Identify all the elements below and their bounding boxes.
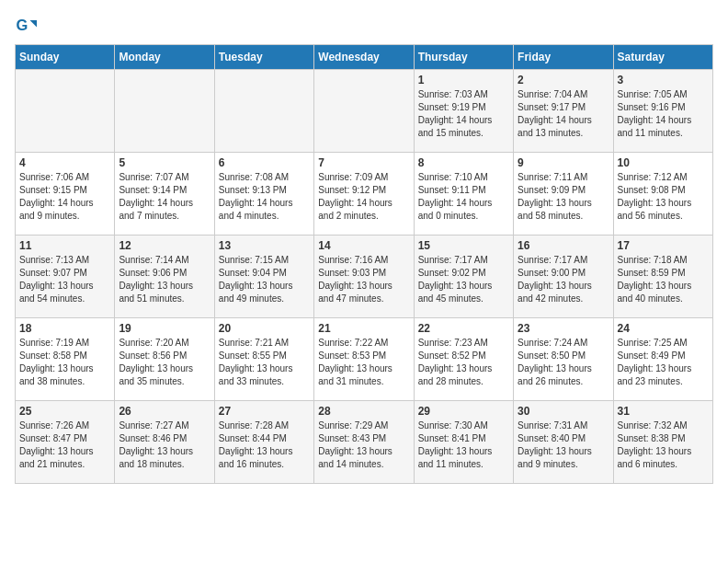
day-number: 12 [119,239,210,252]
calendar-cell: 20Sunrise: 7:21 AM Sunset: 8:55 PM Dayli… [214,318,313,401]
calendar-cell: 3Sunrise: 7:05 AM Sunset: 9:16 PM Daylig… [613,70,712,153]
calendar-cell: 6Sunrise: 7:08 AM Sunset: 9:13 PM Daylig… [214,153,313,236]
day-number: 23 [518,322,609,335]
day-info: Sunrise: 7:19 AM Sunset: 8:58 PM Dayligh… [19,337,110,388]
calendar-cell: 2Sunrise: 7:04 AM Sunset: 9:17 PM Daylig… [514,70,613,153]
day-info: Sunrise: 7:04 AM Sunset: 9:17 PM Dayligh… [518,88,609,140]
weekday-header-thursday: Thursday [414,45,513,70]
day-info: Sunrise: 7:08 AM Sunset: 9:13 PM Dayligh… [219,171,310,223]
week-row-1: 1Sunrise: 7:03 AM Sunset: 9:19 PM Daylig… [16,70,713,153]
day-info: Sunrise: 7:15 AM Sunset: 9:04 PM Dayligh… [219,254,310,305]
calendar-cell: 15Sunrise: 7:17 AM Sunset: 9:02 PM Dayli… [414,236,513,318]
day-info: Sunrise: 7:26 AM Sunset: 8:47 PM Dayligh… [19,419,110,471]
day-info: Sunrise: 7:13 AM Sunset: 9:07 PM Dayligh… [19,254,110,305]
calendar-cell: 17Sunrise: 7:18 AM Sunset: 8:59 PM Dayli… [613,236,712,318]
day-number: 21 [318,322,409,335]
calendar-cell: 11Sunrise: 7:13 AM Sunset: 9:07 PM Dayli… [16,236,115,318]
calendar-cell [16,70,115,153]
calendar-cell: 13Sunrise: 7:15 AM Sunset: 9:04 PM Dayli… [214,236,313,318]
day-number: 24 [618,322,709,335]
day-info: Sunrise: 7:10 AM Sunset: 9:11 PM Dayligh… [418,171,509,223]
day-info: Sunrise: 7:07 AM Sunset: 9:14 PM Dayligh… [119,171,210,223]
weekday-header-sunday: Sunday [16,45,115,70]
day-info: Sunrise: 7:25 AM Sunset: 8:49 PM Dayligh… [618,337,709,388]
day-info: Sunrise: 7:17 AM Sunset: 9:00 PM Dayligh… [518,254,609,305]
calendar-cell: 24Sunrise: 7:25 AM Sunset: 8:49 PM Dayli… [613,318,712,401]
calendar-cell: 22Sunrise: 7:23 AM Sunset: 8:52 PM Dayli… [414,318,513,401]
day-number: 19 [119,322,210,335]
calendar-cell: 18Sunrise: 7:19 AM Sunset: 8:58 PM Dayli… [16,318,115,401]
day-number: 11 [19,239,110,252]
day-info: Sunrise: 7:20 AM Sunset: 8:56 PM Dayligh… [119,337,210,388]
calendar-cell [115,70,214,153]
week-row-3: 11Sunrise: 7:13 AM Sunset: 9:07 PM Dayli… [16,236,713,318]
weekday-header-friday: Friday [514,45,613,70]
day-info: Sunrise: 7:23 AM Sunset: 8:52 PM Dayligh… [418,337,509,388]
day-info: Sunrise: 7:12 AM Sunset: 9:08 PM Dayligh… [618,171,709,223]
day-info: Sunrise: 7:32 AM Sunset: 8:38 PM Dayligh… [618,419,709,471]
calendar-cell: 10Sunrise: 7:12 AM Sunset: 9:08 PM Dayli… [613,153,712,236]
day-number: 13 [219,239,310,252]
calendar-cell: 30Sunrise: 7:31 AM Sunset: 8:40 PM Dayli… [514,401,613,484]
svg-marker-1 [30,20,38,28]
calendar-cell: 25Sunrise: 7:26 AM Sunset: 8:47 PM Dayli… [16,401,115,484]
calendar-cell: 1Sunrise: 7:03 AM Sunset: 9:19 PM Daylig… [414,70,513,153]
calendar-cell: 31Sunrise: 7:32 AM Sunset: 8:38 PM Dayli… [613,401,712,484]
day-number: 5 [119,156,210,169]
day-number: 10 [618,156,709,169]
day-info: Sunrise: 7:24 AM Sunset: 8:50 PM Dayligh… [518,337,609,388]
calendar-cell: 8Sunrise: 7:10 AM Sunset: 9:11 PM Daylig… [414,153,513,236]
day-info: Sunrise: 7:17 AM Sunset: 9:02 PM Dayligh… [418,254,509,305]
calendar-cell: 23Sunrise: 7:24 AM Sunset: 8:50 PM Dayli… [514,318,613,401]
day-info: Sunrise: 7:09 AM Sunset: 9:12 PM Dayligh… [318,171,409,223]
svg-text:G: G [17,17,28,33]
day-info: Sunrise: 7:14 AM Sunset: 9:06 PM Dayligh… [119,254,210,305]
weekday-header-saturday: Saturday [613,45,712,70]
calendar-cell: 9Sunrise: 7:11 AM Sunset: 9:09 PM Daylig… [514,153,613,236]
logo-icon: G [15,15,37,37]
day-info: Sunrise: 7:22 AM Sunset: 8:53 PM Dayligh… [318,337,409,388]
day-info: Sunrise: 7:29 AM Sunset: 8:43 PM Dayligh… [318,419,409,471]
day-number: 7 [318,156,409,169]
day-info: Sunrise: 7:18 AM Sunset: 8:59 PM Dayligh… [618,254,709,305]
week-row-5: 25Sunrise: 7:26 AM Sunset: 8:47 PM Dayli… [16,401,713,484]
logo: G [15,15,40,37]
day-number: 3 [618,74,709,86]
day-number: 31 [618,405,709,418]
day-number: 9 [518,156,609,169]
day-number: 22 [418,322,509,335]
calendar-cell: 21Sunrise: 7:22 AM Sunset: 8:53 PM Dayli… [314,318,414,401]
calendar-cell: 19Sunrise: 7:20 AM Sunset: 8:56 PM Dayli… [115,318,214,401]
day-number: 14 [318,239,409,252]
day-number: 28 [318,405,409,418]
calendar-table: SundayMondayTuesdayWednesdayThursdayFrid… [15,44,713,484]
day-number: 18 [19,322,110,335]
calendar-cell: 7Sunrise: 7:09 AM Sunset: 9:12 PM Daylig… [314,153,414,236]
calendar-cell: 5Sunrise: 7:07 AM Sunset: 9:14 PM Daylig… [115,153,214,236]
calendar-cell [314,70,414,153]
calendar-cell: 28Sunrise: 7:29 AM Sunset: 8:43 PM Dayli… [314,401,414,484]
calendar-cell: 4Sunrise: 7:06 AM Sunset: 9:15 PM Daylig… [16,153,115,236]
day-info: Sunrise: 7:11 AM Sunset: 9:09 PM Dayligh… [518,171,609,223]
day-number: 26 [119,405,210,418]
day-number: 30 [518,405,609,418]
weekday-header-wednesday: Wednesday [314,45,414,70]
calendar-cell: 14Sunrise: 7:16 AM Sunset: 9:03 PM Dayli… [314,236,414,318]
calendar-cell: 26Sunrise: 7:27 AM Sunset: 8:46 PM Dayli… [115,401,214,484]
day-number: 17 [618,239,709,252]
weekday-header-tuesday: Tuesday [214,45,313,70]
calendar-cell [214,70,313,153]
calendar-cell: 29Sunrise: 7:30 AM Sunset: 8:41 PM Dayli… [414,401,513,484]
day-number: 29 [418,405,509,418]
calendar-cell: 27Sunrise: 7:28 AM Sunset: 8:44 PM Dayli… [214,401,313,484]
day-number: 8 [418,156,509,169]
day-number: 20 [219,322,310,335]
day-number: 27 [219,405,310,418]
day-number: 1 [418,74,509,86]
week-row-4: 18Sunrise: 7:19 AM Sunset: 8:58 PM Dayli… [16,318,713,401]
day-number: 4 [19,156,110,169]
day-info: Sunrise: 7:05 AM Sunset: 9:16 PM Dayligh… [618,88,709,140]
day-info: Sunrise: 7:31 AM Sunset: 8:40 PM Dayligh… [518,419,609,471]
day-number: 16 [518,239,609,252]
weekday-header-monday: Monday [115,45,214,70]
